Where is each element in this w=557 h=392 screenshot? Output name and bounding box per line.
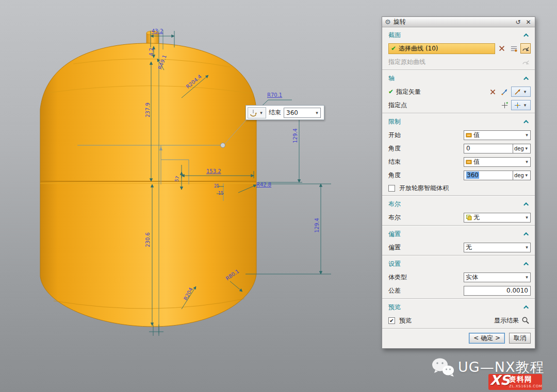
start-mode-combo[interactable]: 值 ▾	[464, 130, 531, 140]
start-angle-unit: deg	[514, 146, 524, 151]
settings-group-header[interactable]: 设置	[382, 257, 535, 270]
preview-checkbox[interactable]: ✔	[388, 317, 395, 324]
specify-point-label[interactable]: 指定点	[388, 101, 407, 110]
limits-group-header[interactable]: 限制	[382, 115, 535, 128]
end-angle-combo[interactable]: 360 ▾	[284, 108, 321, 118]
end-label: 结束	[269, 108, 281, 117]
cancel-button[interactable]: 取消	[509, 333, 531, 344]
open-profile-row: 开放轮廓智能体积	[382, 182, 535, 194]
offset-group-header[interactable]: 偏置	[382, 227, 535, 241]
chevron-up-icon[interactable]	[523, 262, 529, 267]
curve-rule-icon[interactable]	[509, 43, 519, 54]
open-profile-checkbox[interactable]	[388, 185, 395, 192]
dimension-label: 230.6	[145, 232, 151, 247]
end-angle-row: 角度 360 deg ▾	[382, 168, 535, 182]
preview-row: ✔ 预览 显示结果	[382, 314, 535, 327]
dropdown-arrow-icon: ▾	[258, 110, 265, 115]
separator	[382, 255, 535, 256]
dropdown-arrow-icon[interactable]: ▾	[524, 146, 529, 151]
tolerance-label: 公差	[388, 286, 401, 295]
reset-icon[interactable]: ↺	[514, 19, 522, 26]
vector-method-dropdown-icon[interactable]: ▾	[511, 87, 531, 97]
preview-label: 预览	[399, 316, 412, 325]
select-curve-field[interactable]: ✔ 选择曲线 (10)	[388, 43, 495, 54]
boolean-group-header[interactable]: 布尔	[382, 197, 535, 211]
dropdown-arrow-icon[interactable]: ▾	[314, 110, 320, 115]
specify-point-row: 指定点 ▾	[382, 98, 535, 112]
chevron-up-icon[interactable]	[523, 305, 529, 310]
revolve-icon	[249, 109, 257, 117]
wechat-icon	[431, 356, 455, 378]
dialog-options-gear-icon[interactable]: ⚙	[385, 19, 391, 25]
chevron-up-icon[interactable]	[523, 76, 529, 81]
start-row: 开始 值 ▾	[382, 128, 535, 142]
axis-point-handle[interactable]	[221, 143, 225, 148]
chevron-up-icon[interactable]	[523, 232, 529, 237]
preview-group-header[interactable]: 预览	[382, 300, 535, 314]
dialog-title: 旋转	[394, 18, 406, 26]
chevron-up-icon[interactable]	[523, 202, 529, 207]
boolean-label: 布尔	[388, 213, 401, 222]
offset-value: 无	[466, 243, 522, 252]
show-result-label[interactable]: 显示结果	[494, 316, 519, 325]
separator	[382, 195, 535, 196]
dropdown-arrow-icon[interactable]: ▾	[523, 245, 530, 250]
specify-origin-curve-label[interactable]: 指定原始曲线	[388, 58, 425, 66]
dimension-label: 129.4	[292, 128, 298, 143]
dialog-body: 截面 ✔ 选择曲线 (10) 指定原始曲线	[382, 27, 535, 348]
specify-vector-label[interactable]: 指定矢量	[396, 88, 421, 96]
end-angle-value: 360	[466, 172, 479, 179]
dimension-label: 57	[174, 176, 181, 182]
separator	[382, 225, 535, 226]
revolve-dialog: ⚙ 旋转 ↺ ✕ 截面 ✔ 选择曲线 (10)	[382, 16, 535, 349]
dimension-label: 153.2	[206, 168, 221, 174]
end-angle-input[interactable]: 360	[464, 171, 513, 180]
tolerance-value: 0.0010	[506, 287, 528, 294]
offset-group-label: 偏置	[388, 230, 401, 238]
tolerance-input[interactable]: 0.0010	[464, 286, 531, 296]
dropdown-arrow-icon[interactable]: ▾	[524, 173, 529, 178]
dimension-label: 15	[218, 191, 223, 196]
select-curve-row: ✔ 选择曲线 (10)	[382, 42, 535, 55]
boolean-none-icon	[466, 214, 472, 220]
end-mode-combo[interactable]: 值 ▾	[464, 157, 531, 167]
limit-option-dropdown[interactable]: ▾	[248, 107, 266, 118]
show-result-magnifier-icon[interactable]	[520, 315, 531, 326]
boolean-value: 无	[473, 213, 522, 222]
offset-label: 偏置	[388, 243, 401, 252]
dropdown-arrow-icon[interactable]: ▾	[523, 215, 530, 220]
end-label: 结束	[388, 158, 401, 166]
ok-button[interactable]: < 确定 >	[469, 333, 505, 344]
dialog-button-row: < 确定 > 取消	[382, 330, 535, 346]
deselect-icon[interactable]	[497, 43, 507, 54]
dialog-titlebar[interactable]: ⚙ 旋转 ↺ ✕	[382, 17, 535, 27]
offset-row: 偏置 无 ▾	[382, 241, 535, 254]
curve-select-icon[interactable]	[520, 43, 531, 54]
close-icon[interactable]: ✕	[525, 19, 532, 26]
offset-combo[interactable]: 无 ▾	[464, 243, 531, 252]
dropdown-arrow-icon[interactable]: ▾	[523, 159, 530, 164]
end-row: 结束 值 ▾	[382, 155, 535, 168]
point-method-dropdown-icon[interactable]: ▾	[511, 100, 531, 110]
start-angle-unit-combo[interactable]: deg ▾	[513, 144, 531, 154]
boolean-combo[interactable]: 无 ▾	[464, 213, 531, 223]
body-type-combo[interactable]: 实体 ▾	[464, 272, 531, 282]
start-angle-value: 0	[466, 145, 470, 152]
body-type-label: 体类型	[388, 273, 407, 282]
origin-curve-row: 指定原始曲线	[382, 55, 535, 69]
dropdown-arrow-icon[interactable]: ▾	[523, 132, 530, 138]
start-angle-input[interactable]: 0	[464, 144, 513, 154]
vector-deselect-icon[interactable]	[487, 87, 498, 97]
point-dialog-icon[interactable]	[499, 100, 510, 110]
start-angle-row: 角度 0 deg ▾	[382, 142, 535, 155]
section-group-header[interactable]: 截面	[382, 28, 535, 42]
viewport-3d[interactable]	[0, 0, 382, 392]
dropdown-arrow-icon[interactable]: ▾	[523, 275, 530, 280]
end-angle-unit-combo[interactable]: deg ▾	[513, 171, 531, 180]
axis-group-header[interactable]: 轴	[382, 72, 535, 85]
chevron-up-icon[interactable]	[523, 120, 529, 125]
chevron-up-icon[interactable]	[523, 33, 529, 38]
vector-dialog-icon[interactable]	[499, 87, 510, 97]
body-type-value: 实体	[466, 273, 522, 282]
nx-application-window: 43.2 4.2 R49.1 R204.4 R70.1 237.9 129.4 …	[0, 0, 557, 392]
